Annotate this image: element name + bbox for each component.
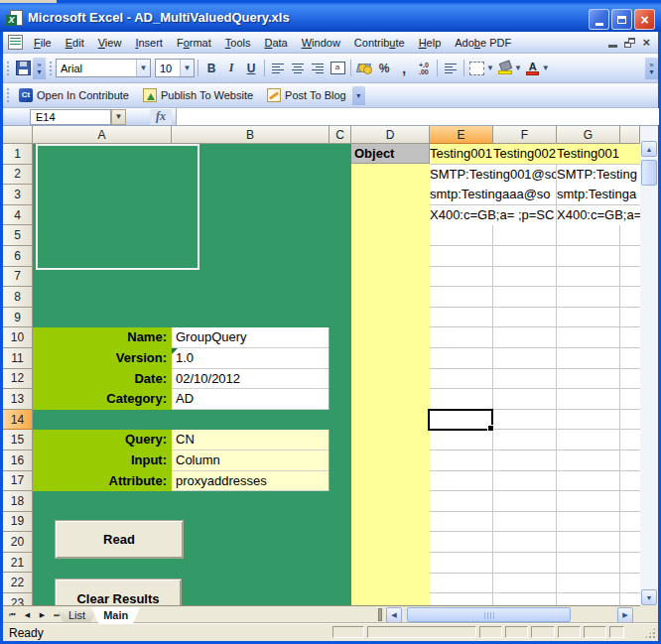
scroll-up-button[interactable]: ▲ [641,141,657,157]
menu-item-file[interactable]: File [27,34,59,52]
result-cell[interactable]: Testing001 [430,144,493,164]
tab-split-handle[interactable] [378,608,382,621]
first-sheet-button[interactable]: ⏮ [5,608,20,622]
chevron-down-icon[interactable]: ▼ [136,60,150,76]
toolbar-options-button[interactable]: »▾ [33,58,46,79]
result-cell[interactable]: X400:c=GB;a= ;p=SC [430,205,556,225]
row-header-23[interactable]: 23 [3,593,33,605]
query-field-value[interactable]: Column [172,451,329,471]
insert-function-button[interactable]: fx [150,109,172,125]
merge-center-button[interactable]: a [328,58,347,78]
underline-button[interactable]: U [241,58,261,78]
menu-item-insert[interactable]: Insert [128,34,170,52]
menu-item-help[interactable]: Help [412,34,449,52]
column-header-b[interactable]: B [172,126,330,144]
column-header[interactable] [3,126,33,144]
chevron-down-icon[interactable]: ▼ [180,60,194,76]
vertical-scrollbar[interactable]: ▲ ▼ [640,126,658,607]
font-size-select[interactable]: 10▼ [155,59,195,77]
result-cell[interactable]: SMTP:Testing [557,165,640,185]
column-header[interactable] [620,126,640,144]
row-header-10[interactable]: 10 [3,327,33,348]
post-to-blog-button[interactable]: Post To Blog [261,85,352,105]
scroll-left-button[interactable]: ◀ [386,607,402,623]
fill-handle[interactable] [487,425,494,432]
name-box-dropdown[interactable]: ▼ [111,109,126,125]
form-field-value[interactable]: 02/10/2012 [172,369,329,390]
column-header-f[interactable]: F [493,126,557,144]
align-right-button[interactable] [308,58,328,78]
result-cell[interactable]: Testing001 [557,144,620,164]
result-cell[interactable]: SMTP:Testing001@so [430,165,556,185]
result-cell[interactable]: smtp:Testinga [557,185,640,204]
menu-item-tools[interactable]: Tools [218,34,258,52]
object-header-cell[interactable]: Object [351,144,430,164]
row-header-12[interactable]: 12 [3,369,33,390]
column-header-d[interactable]: D [351,126,430,144]
chevron-down-icon[interactable]: ▼ [514,64,522,72]
toolbar-grip[interactable] [49,61,53,76]
result-cell[interactable]: X400:c=GB;a= [557,205,640,225]
row-header-1[interactable]: 1 [3,144,33,165]
menu-item-adobe-pdf[interactable]: Adobe PDF [448,34,518,52]
query-field-value[interactable]: proxyaddresses [172,471,329,492]
menu-item-edit[interactable]: Edit [59,34,91,52]
row-header-15[interactable]: 15 [3,430,33,451]
column-header-c[interactable]: C [330,126,351,144]
workbook-icon[interactable] [8,35,23,50]
scroll-down-button[interactable]: ▼ [641,589,657,605]
align-left-button[interactable] [268,58,288,78]
align-center-button[interactable] [288,58,308,78]
menu-item-window[interactable]: Window [295,34,347,52]
next-sheet-button[interactable]: ▶ [35,608,50,622]
workbook-restore-icon[interactable] [624,38,635,48]
query-field-value[interactable]: CN [172,430,329,451]
row-header-6[interactable]: 6 [3,246,33,267]
row-header-11[interactable]: 11 [3,348,33,369]
form-field-value[interactable]: 1.0 [172,348,329,369]
result-cell[interactable]: Testing002 [493,144,557,164]
close-button[interactable]: × [634,9,655,30]
row-header-5[interactable]: 5 [3,225,33,246]
resize-grip[interactable] [644,627,656,639]
row-header-8[interactable]: 8 [3,287,33,308]
percent-style-button[interactable]: % [374,58,394,78]
toolbar-options-button[interactable]: ▾ [352,86,365,105]
menu-item-format[interactable]: Format [170,34,218,52]
currency-style-button[interactable] [354,58,374,78]
toolbar-grip[interactable] [6,87,10,103]
form-field-value[interactable]: GroupQuery [172,327,329,348]
maximize-button[interactable] [611,9,632,30]
open-in-contribute-button[interactable]: CtOpen In Contribute [13,85,135,105]
selected-cell-e14[interactable] [428,409,493,431]
font-color-button[interactable]: A▼ [524,58,552,78]
save-button[interactable] [13,58,33,78]
italic-button[interactable]: I [221,58,241,78]
form-field-value[interactable]: AD [172,389,329,410]
cell-area[interactable]: ObjectTesting001Testing002Testing001SMTP… [33,144,640,605]
row-header-22[interactable]: 22 [3,573,33,593]
toolbar-options-button[interactable]: »▾ [645,58,658,79]
clear-results-button[interactable]: Clear Results [55,579,182,605]
row-header-9[interactable]: 9 [3,308,33,328]
menu-item-contribute[interactable]: Contribute [347,34,412,52]
row-header-13[interactable]: 13 [3,389,33,410]
comma-style-button[interactable]: , [394,58,414,78]
name-box[interactable]: E14 [30,109,111,125]
row-header-4[interactable]: 4 [3,205,33,226]
sheet-tab-main[interactable]: Main [91,607,140,623]
bold-button[interactable]: B [201,58,221,78]
row-header-14[interactable]: 14 [3,410,33,431]
image-placeholder[interactable] [36,144,199,270]
increase-indent-button[interactable] [441,58,461,78]
row-header-18[interactable]: 18 [3,491,33,512]
scroll-right-button[interactable]: ▶ [617,607,633,623]
row-header-7[interactable]: 7 [3,267,33,288]
row-header-3[interactable]: 3 [3,185,33,205]
chevron-down-icon[interactable]: ▼ [486,64,494,72]
font-name-select[interactable]: Arial▼ [56,59,151,77]
column-header-a[interactable]: A [33,126,172,144]
row-header-17[interactable]: 17 [3,471,33,492]
vertical-scroll-thumb[interactable] [641,160,657,186]
prev-sheet-button[interactable]: ◀ [20,608,35,622]
